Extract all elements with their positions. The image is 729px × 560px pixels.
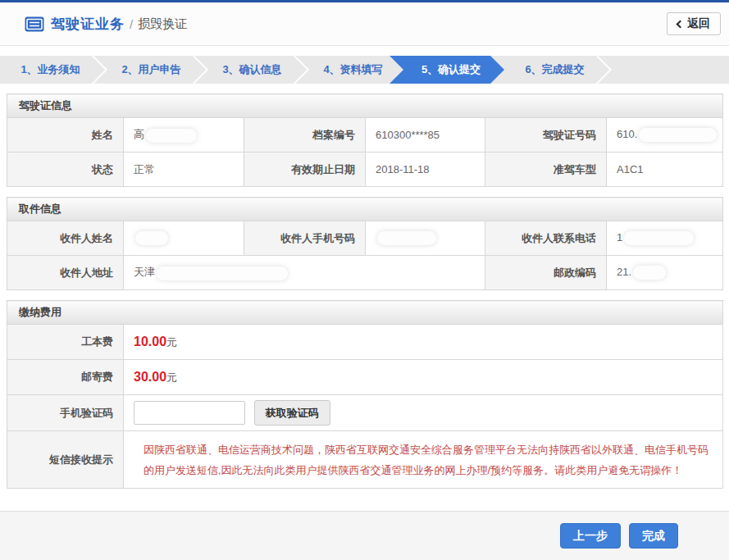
name-value: 高 <box>124 118 244 153</box>
redaction-smudge <box>639 128 717 142</box>
vehicle-class-label: 准驾车型 <box>485 153 607 187</box>
redaction-smudge <box>624 231 694 245</box>
zip-label: 邮政编码 <box>485 256 607 290</box>
back-button-label: 返回 <box>687 16 710 31</box>
finish-button[interactable]: 完成 <box>629 523 678 549</box>
sms-note-text: 因陕西省联通、电信运营商技术问题，陕西省互联网交通安全综合服务管理平台无法向持陕… <box>134 433 722 487</box>
previous-step-button[interactable]: 上一步 <box>560 523 621 549</box>
step-6-complete[interactable]: 6、完成提交 <box>504 56 605 84</box>
zip-value: 21. <box>607 256 723 290</box>
expiry-label: 有效期止日期 <box>244 153 366 187</box>
contact-phone-value: 1 <box>607 221 723 256</box>
name-label: 姓名 <box>7 118 124 153</box>
step-5-confirm-submit[interactable]: 5、确认提交 <box>390 56 504 84</box>
redaction-smudge <box>377 231 436 245</box>
redaction-smudge <box>633 266 666 280</box>
license-info-section: 驾驶证信息 姓名 高 档案编号 610300****85 驾驶证号码 610. … <box>7 93 722 187</box>
file-no-value: 610300****85 <box>366 118 485 153</box>
chevron-left-icon <box>677 20 685 29</box>
fees-section: 缴纳费用 工本费 10.00元 邮寄费 30.00元 手机验证码 获取验证码 短… <box>7 300 722 489</box>
section-title-license: 驾驶证信息 <box>7 94 723 118</box>
step-1-notice[interactable]: 1、业务须知 <box>0 56 101 84</box>
license-form-icon <box>25 16 44 32</box>
vehicle-class-value: A1C1 <box>607 153 723 187</box>
postage-fee-label: 邮寄费 <box>7 360 124 395</box>
recipient-name-label: 收件人姓名 <box>7 221 124 256</box>
status-label: 状态 <box>7 153 124 187</box>
sms-code-cell: 获取验证码 <box>124 395 723 431</box>
production-fee-label: 工本费 <box>7 325 124 360</box>
expiry-value: 2018-11-18 <box>366 153 485 187</box>
section-title-fees: 缴纳费用 <box>7 301 723 325</box>
mobile-label: 收件人手机号码 <box>244 221 366 256</box>
sms-note-label: 短信接收提示 <box>7 431 124 489</box>
postage-fee-value: 30.00元 <box>124 360 723 395</box>
license-no-value: 610. <box>607 118 723 153</box>
step-4-fill-data[interactable]: 4、资料填写 <box>303 56 403 84</box>
contact-phone-label: 收件人联系电话 <box>485 221 607 256</box>
page-subtitle: 损毁换证 <box>138 16 187 32</box>
sms-note-cell: 因陕西省联通、电信运营商技术问题，陕西省互联网交通安全综合服务管理平台无法向持陕… <box>124 431 723 489</box>
sms-code-label: 手机验证码 <box>7 395 124 431</box>
redaction-smudge <box>157 266 288 280</box>
address-value: 天津 <box>124 256 485 290</box>
redaction-smudge <box>135 231 168 245</box>
file-no-label: 档案编号 <box>244 118 366 153</box>
get-sms-code-button[interactable]: 获取验证码 <box>254 400 330 426</box>
redaction-smudge <box>146 129 197 143</box>
license-no-label: 驾驶证号码 <box>485 118 607 153</box>
step-2-declaration[interactable]: 2、用户申告 <box>101 56 202 84</box>
address-label: 收件人地址 <box>7 256 124 290</box>
status-value: 正常 <box>124 153 244 187</box>
pickup-info-section: 取件信息 收件人姓名 收件人手机号码 收件人联系电话 1 收件人地址 天津 邮政… <box>7 197 722 290</box>
recipient-name-value <box>124 221 244 256</box>
step-wizard: 1、业务须知 2、用户申告 3、确认信息 4、资料填写 5、确认提交 6、完成提… <box>0 56 729 84</box>
step-3-confirm-info[interactable]: 3、确认信息 <box>202 56 303 84</box>
page-header: 驾驶证业务 / 损毁换证 返回 <box>0 2 729 46</box>
mobile-value <box>366 221 485 256</box>
production-fee-value: 10.00元 <box>124 325 723 360</box>
title-separator: / <box>130 17 133 31</box>
page-title: 驾驶证业务 <box>51 15 125 34</box>
section-title-pickup: 取件信息 <box>7 198 723 221</box>
action-footer: 上一步 完成 <box>0 511 729 560</box>
back-button[interactable]: 返回 <box>667 12 721 35</box>
sms-code-input[interactable] <box>134 401 245 425</box>
